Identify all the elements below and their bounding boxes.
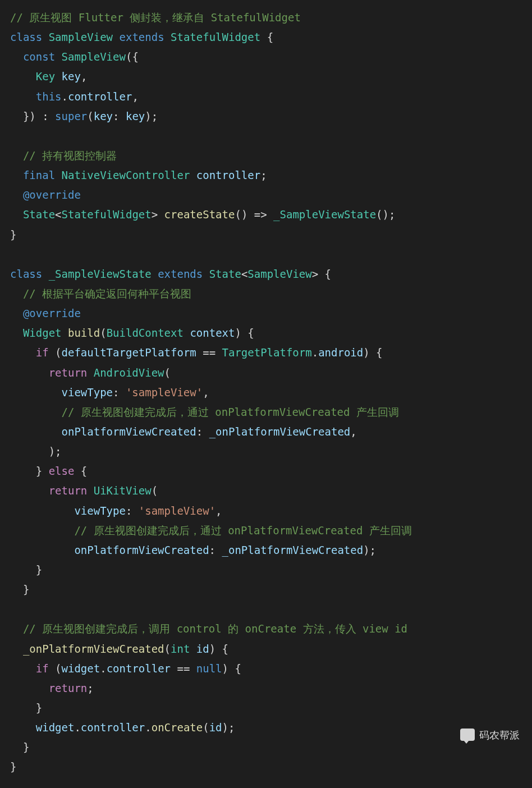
token-param: context	[190, 327, 235, 339]
code-line: class _SampleViewState extends State<Sam…	[10, 268, 331, 280]
token-method: build	[68, 327, 100, 339]
token-punct: }	[10, 702, 42, 714]
token-param: id	[196, 643, 209, 655]
token-class: _SampleViewState	[49, 268, 152, 280]
token-param: controller	[107, 662, 171, 675]
token-punct: ();	[376, 208, 395, 221]
token-comment: // 原生视图创建完成后，调用 control 的 onCreate 方法，传入…	[23, 622, 407, 635]
code-line: }	[10, 760, 16, 773]
code-line: return AndroidView(	[10, 366, 171, 379]
token-class: State	[209, 268, 241, 280]
code-line: }	[10, 563, 42, 576]
token-punct: >	[152, 208, 164, 221]
token-punct	[10, 662, 36, 675]
token-punct	[10, 327, 23, 339]
token-punct: (	[203, 721, 209, 734]
token-punct	[55, 51, 61, 63]
token-comment: // 原生视图创建完成后，通过 onPlatformViewCreated 产生…	[74, 524, 411, 537]
token-ctrl: return	[49, 366, 88, 379]
token-punct	[55, 169, 61, 181]
token-punct	[10, 643, 23, 655]
token-param: key	[126, 110, 145, 122]
token-punct	[10, 386, 62, 398]
token-param: viewType	[62, 386, 113, 398]
token-punct: );	[222, 721, 235, 734]
token-punct	[10, 90, 36, 103]
token-punct: <	[241, 268, 247, 280]
token-param: controller	[68, 90, 132, 103]
token-punct: );	[363, 544, 376, 556]
code-line: }	[10, 702, 42, 714]
token-punct: :	[113, 110, 126, 122]
token-punct: ) {	[363, 346, 382, 359]
token-punct: }	[10, 741, 29, 753]
token-type: Key	[36, 70, 55, 83]
code-line: this.controller,	[10, 90, 139, 103]
token-punct: ({	[126, 51, 139, 63]
token-type: State	[23, 208, 55, 221]
token-punct: {	[74, 465, 87, 477]
token-type: BuildContext	[107, 327, 184, 339]
token-punct: .	[62, 90, 68, 103]
token-punct	[10, 307, 23, 319]
token-keyword: super	[55, 110, 87, 122]
token-punct: ,	[81, 70, 87, 83]
token-punct	[10, 346, 36, 359]
code-line: Widget build(BuildContext context) {	[10, 327, 254, 339]
token-punct: ;	[87, 682, 93, 694]
code-block[interactable]: // 原生视图 Flutter 侧封装，继承自 StatefulWidget c…	[10, 8, 522, 777]
token-comment: // 原生视图创建完成后，通过 onPlatformViewCreated 产生…	[62, 406, 399, 418]
token-punct	[113, 31, 119, 43]
token-annot: @override	[23, 189, 81, 201]
token-class: SampleView	[62, 51, 126, 63]
token-punct: }	[10, 583, 29, 595]
code-line: // 持有视图控制器	[10, 149, 117, 162]
token-punct	[55, 70, 61, 83]
token-keyword: class	[10, 31, 42, 43]
code-line: viewType: 'sampleView',	[10, 386, 209, 398]
code-line: // 原生视图创建完成后，通过 onPlatformViewCreated 产生…	[10, 524, 412, 537]
token-keyword: class	[10, 268, 42, 280]
token-ctrl: else	[49, 465, 75, 477]
token-param: _onPlatformViewCreated	[209, 425, 351, 438]
code-line: } else {	[10, 465, 87, 477]
token-keyword: extends	[120, 31, 164, 43]
token-punct: }) :	[10, 110, 55, 122]
code-line: }) : super(key: key);	[10, 110, 158, 122]
code-line: Key key,	[10, 70, 87, 83]
code-line: @override	[10, 189, 81, 201]
token-class: SampleView	[49, 31, 113, 43]
token-punct	[10, 544, 74, 556]
token-punct	[203, 268, 209, 280]
token-punct	[152, 268, 158, 280]
code-line: class SampleView extends StatefulWidget …	[10, 31, 273, 43]
token-punct: .	[74, 721, 80, 734]
token-keyword: const	[23, 51, 55, 63]
token-ctrl: if	[36, 662, 49, 675]
code-line: // 原生视图创建完成后，通过 onPlatformViewCreated 产生…	[10, 406, 399, 418]
watermark-text: 码农帮派	[479, 726, 520, 744]
token-punct	[10, 524, 74, 537]
token-punct	[10, 622, 23, 635]
token-punct: (	[164, 366, 171, 379]
token-param: _onPlatformViewCreated	[222, 544, 364, 556]
code-line: return UiKitView(	[10, 484, 158, 497]
token-punct	[10, 484, 49, 497]
token-punct	[42, 268, 48, 280]
token-punct	[87, 484, 93, 497]
token-punct: ) {	[209, 643, 228, 655]
token-punct: <	[55, 208, 61, 221]
token-class: _SampleViewState	[273, 208, 376, 221]
token-ctrl: return	[49, 682, 88, 694]
token-ctrl: if	[36, 346, 49, 359]
code-line: const SampleView({	[10, 51, 139, 63]
token-punct: (	[49, 662, 62, 675]
token-punct: > {	[312, 268, 331, 280]
token-param: controller	[196, 169, 260, 181]
token-punct: ==	[171, 662, 196, 675]
token-param: key	[94, 110, 113, 122]
token-param: controller	[81, 721, 145, 734]
token-punct: ) {	[222, 662, 241, 675]
token-punct: .	[312, 346, 318, 359]
token-param: android	[318, 346, 363, 359]
